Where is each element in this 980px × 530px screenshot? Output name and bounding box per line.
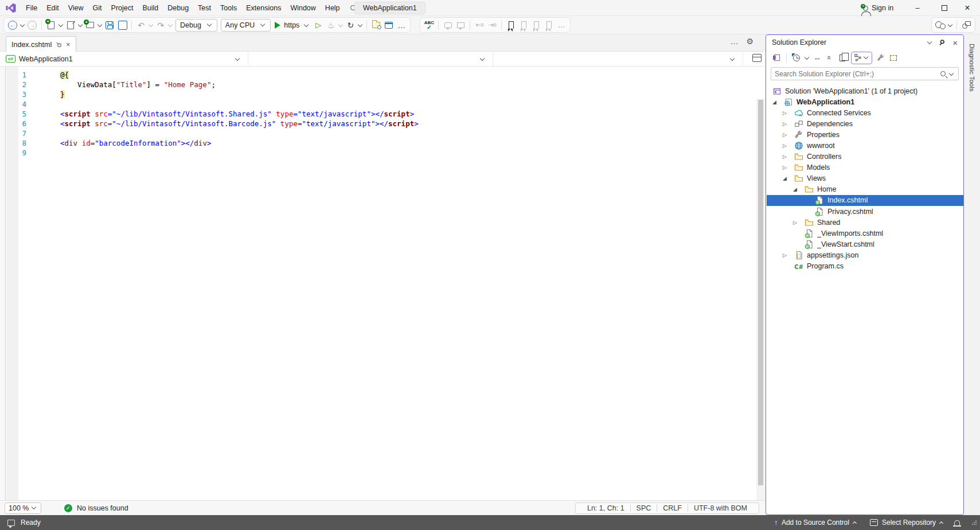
start-debugging-button[interactable]: https <box>272 18 312 32</box>
menu-debug[interactable]: Debug <box>163 0 193 16</box>
close-tab-icon[interactable]: × <box>66 41 71 48</box>
pin-tab-icon[interactable]: ⚲ <box>54 40 64 49</box>
menu-build[interactable]: Build <box>138 0 163 16</box>
add-item-button[interactable]: + <box>84 18 96 32</box>
vertical-scrollbar[interactable] <box>756 99 765 530</box>
menu-edit[interactable]: Edit <box>42 0 64 16</box>
notifications-bell-icon[interactable] <box>954 520 960 525</box>
expander-icon[interactable]: ◢ <box>792 186 805 192</box>
line-column-indicator[interactable]: Ln: 1, Ch: 1 <box>581 504 630 512</box>
navigate-back-button[interactable]: ← <box>6 18 19 32</box>
view-selector-button[interactable] <box>851 52 872 64</box>
tree-item-properties[interactable]: ▷ Properties <box>767 129 963 140</box>
split-window-button[interactable] <box>752 54 762 62</box>
tree-item-viewstart[interactable]: _ViewStart.cshtml <box>767 239 963 250</box>
close-panel-icon[interactable]: × <box>952 39 958 46</box>
expander-icon[interactable]: ▷ <box>782 165 794 170</box>
expander-icon[interactable]: ▷ <box>782 154 794 159</box>
find-in-files-button[interactable] <box>370 18 382 32</box>
select-repository-button[interactable]: Select Repository <box>882 519 936 527</box>
navigate-forward-button[interactable]: → <box>26 18 38 32</box>
expander-icon[interactable]: ▷ <box>782 252 794 258</box>
breadcrumb-project-dropdown[interactable]: c# WebApplication1 <box>0 52 248 66</box>
solution-platform-dropdown[interactable]: Any CPU <box>221 19 271 32</box>
expander-icon[interactable]: ◢ <box>771 99 784 105</box>
code-line-6[interactable]: 6<script src="~/lib/Vintasoft/Vintasoft.… <box>0 119 765 128</box>
toolbar-overflow-button[interactable]: … <box>395 18 408 32</box>
new-file-button[interactable]: + <box>45 18 57 32</box>
tree-item-connected-services[interactable]: ▷ Connected Services <box>767 107 963 118</box>
editor-overflow-button[interactable]: … <box>555 18 568 32</box>
window-position-chevron[interactable] <box>927 40 932 44</box>
code-line-4[interactable]: 4 <box>0 99 765 109</box>
filter-chevron[interactable] <box>805 54 809 59</box>
decrease-indent-button[interactable]: ⇤≡ <box>473 18 486 32</box>
save-button[interactable] <box>103 18 116 32</box>
expander-icon[interactable]: ◢ <box>782 176 794 181</box>
live-share-button[interactable] <box>934 18 947 32</box>
tab-index-cshtml[interactable]: Index.cshtml ⚲ × <box>6 36 76 52</box>
resize-grip[interactable] <box>972 520 977 525</box>
line-ending-indicator[interactable]: CRLF <box>657 504 688 512</box>
menu-view[interactable]: View <box>64 0 88 16</box>
code-editor[interactable]: 1@{2 ViewData["Title"] = "Home Page";3}4… <box>0 67 765 500</box>
menu-project[interactable]: Project <box>107 0 138 16</box>
solution-explorer-search[interactable] <box>771 67 959 80</box>
maximize-button[interactable] <box>932 0 957 16</box>
menu-window[interactable]: Window <box>286 0 320 16</box>
tree-item-privacy-cshtml[interactable]: Privacy.cshtml <box>767 206 963 217</box>
toggle-comment-button[interactable] <box>442 18 454 32</box>
next-bookmark-button[interactable] <box>530 18 542 32</box>
search-options-chevron[interactable] <box>949 71 954 75</box>
expander-icon[interactable]: ▷ <box>792 220 805 225</box>
restart-chevron[interactable] <box>358 22 362 26</box>
code-line-2[interactable]: 2 ViewData["Title"] = "Home Page"; <box>0 80 765 89</box>
menu-test[interactable]: Test <box>193 0 216 16</box>
new-file-chevron[interactable] <box>58 22 63 26</box>
tree-item-index-cshtml[interactable]: Index.cshtml <box>767 195 963 206</box>
search-solution-input[interactable] <box>775 70 940 78</box>
redo-chevron[interactable] <box>168 22 173 26</box>
add-to-source-control-button[interactable]: Add to Source Control <box>782 519 849 527</box>
menu-tools[interactable]: Tools <box>216 0 241 16</box>
tree-item-program-cs[interactable]: Program.cs <box>767 261 963 272</box>
properties-wrench-button[interactable] <box>875 52 887 64</box>
restart-button[interactable]: ↻ <box>344 18 357 32</box>
tree-item-models[interactable]: ▷ Models <box>767 162 963 173</box>
sign-in-button[interactable]: + Sign in <box>863 0 893 16</box>
live-share-chevron[interactable] <box>948 22 952 26</box>
issues-status-text[interactable]: No issues found <box>77 504 128 512</box>
increase-indent-button[interactable]: ⇥≡ <box>486 18 498 32</box>
code-line-5[interactable]: 5<script src="~/lib/Vintasoft/Vintasoft.… <box>0 109 765 119</box>
tree-item-views[interactable]: ◢ Views <box>767 173 963 184</box>
code-line-7[interactable]: 7 <box>0 128 765 138</box>
start-without-debugging-button[interactable]: ▷ <box>312 18 325 32</box>
task-list-button[interactable] <box>454 18 467 32</box>
tree-item-shared[interactable]: ▷ Shared <box>767 217 963 228</box>
minimize-button[interactable]: – <box>905 0 930 16</box>
tree-item-dependencies[interactable]: ▷ Dependencies <box>767 118 963 129</box>
show-all-files-button[interactable] <box>888 52 899 64</box>
pin-panel-icon[interactable]: ⚲ <box>938 38 946 48</box>
repository-chevron[interactable] <box>939 521 943 525</box>
redo-button[interactable]: ↷ <box>154 18 167 32</box>
add-item-chevron[interactable] <box>97 22 102 26</box>
editor-settings-gear-icon[interactable]: ⚙ <box>746 37 753 46</box>
breadcrumb-type-dropdown[interactable] <box>248 52 493 66</box>
open-file-chevron[interactable] <box>78 22 83 26</box>
code-line-3[interactable]: 3} <box>0 89 765 99</box>
undo-chevron[interactable] <box>149 22 153 26</box>
save-all-button[interactable] <box>116 18 128 32</box>
solution-configuration-dropdown[interactable]: Debug <box>175 19 217 32</box>
code-line-9[interactable]: 9 <box>0 148 765 158</box>
menu-file[interactable]: File <box>21 0 42 16</box>
hot-reload-button[interactable]: ♨ <box>325 18 337 32</box>
tree-item-solution[interactable]: Solution 'WebApplication1' (1 of 1 proje… <box>767 85 963 96</box>
pending-changes-filter-button[interactable] <box>791 52 802 64</box>
encoding-indicator[interactable]: UTF-8 with BOM <box>688 504 753 512</box>
preview-selected-items-button[interactable] <box>837 52 848 64</box>
previous-bookmark-button[interactable] <box>517 18 530 32</box>
scrollbar-thumb[interactable] <box>758 100 763 485</box>
tree-item-webapplication1[interactable]: ◢ WebApplication1 <box>767 96 963 107</box>
open-file-button[interactable]: ↗ <box>64 18 77 32</box>
